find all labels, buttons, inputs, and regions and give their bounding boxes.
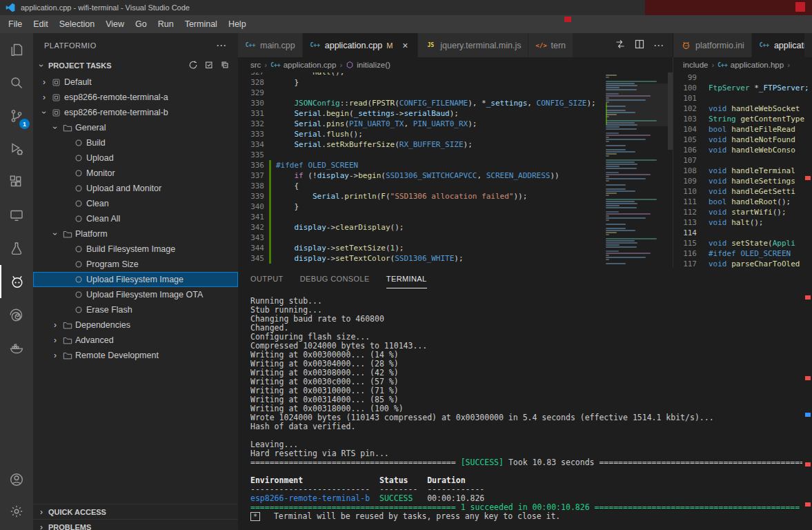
chevron-right-icon[interactable]: › (50, 320, 61, 330)
menu-item-go[interactable]: Go (130, 17, 152, 31)
panel-tab-terminal[interactable]: TERMINAL (386, 269, 427, 288)
tree-item-erase-flash[interactable]: Erase Flash (33, 302, 238, 317)
menu-item-run[interactable]: Run (152, 17, 179, 31)
tree-item-remote-development[interactable]: ›Remote Development (33, 348, 238, 363)
breadcrumb-file[interactable]: application.hpp (731, 61, 784, 69)
section-project-tasks[interactable]: › PROJECT TASKS (33, 58, 238, 73)
more-actions-icon[interactable]: ⋯ (216, 39, 227, 52)
menu-item-view[interactable]: View (100, 17, 130, 31)
menu-item-edit[interactable]: Edit (28, 17, 54, 31)
minimap-line (606, 203, 637, 204)
editor-area: C++ main.cpp C++ application.cpp M × JS … (238, 33, 812, 530)
chevron-right-icon[interactable]: › (39, 92, 50, 102)
tree-item-esp8266-remote-terminal-b[interactable]: ›esp8266-remote-terminal-b (33, 105, 238, 120)
editor-scrollbar[interactable] (668, 72, 673, 150)
chevron-right-icon[interactable]: › (50, 351, 61, 360)
tree-item-general[interactable]: ›General (33, 120, 238, 135)
tree-item-advanced[interactable]: ›Advanced (33, 333, 238, 348)
chevron-down-icon[interactable]: › (39, 107, 49, 118)
tree-item-upload-filesystem-image-ota[interactable]: Upload Filesystem Image OTA (33, 287, 238, 302)
tree-item-clean-all[interactable]: Clean All (33, 211, 238, 226)
chevron-right-icon[interactable]: › (50, 335, 61, 345)
extensions-icon[interactable] (0, 166, 33, 199)
remote-explorer-icon[interactable] (0, 199, 33, 232)
minimap-line (606, 85, 637, 86)
minimap[interactable] (606, 72, 668, 268)
breadcrumb-symbol[interactable]: initialize() (357, 61, 390, 69)
explorer-icon[interactable] (0, 33, 33, 66)
run-debug-icon[interactable] (0, 132, 33, 166)
refresh-icon[interactable] (188, 60, 198, 71)
collapse-all-icon[interactable] (220, 60, 230, 71)
settings-gear-icon[interactable] (0, 495, 33, 527)
menu-item-selection[interactable]: Selection (54, 17, 100, 31)
chevron-down-icon[interactable]: › (50, 122, 60, 133)
tree-item-label: Monitor (86, 168, 115, 178)
docker-icon[interactable] (0, 331, 33, 364)
editor-application-cpp[interactable]: 327 halt();328 }329330 JSONConfig::read(… (238, 72, 673, 268)
editor-group-right-tabs: platformio.ini C++ application.hpp (673, 33, 812, 57)
menu-item-terminal[interactable]: Terminal (179, 17, 223, 31)
code-text: } (276, 77, 299, 88)
account-icon[interactable] (0, 464, 33, 495)
tree-item-dependencies[interactable]: ›Dependencies (33, 317, 238, 333)
tree-item-label: esp8266-remote-terminal-a (64, 92, 168, 102)
testing-beaker-icon[interactable] (0, 232, 33, 265)
tab-tern[interactable]: </> tern (528, 33, 573, 57)
tab-application-cpp[interactable]: C++ application.cpp M × (303, 33, 419, 57)
breadcrumb-include[interactable]: include (683, 61, 708, 69)
platformio-icon[interactable] (0, 265, 33, 298)
line-number: 338 (238, 181, 264, 191)
line-number: 336 (238, 160, 264, 170)
tree-item-platform[interactable]: ›Platform (33, 226, 238, 242)
chevron-right-icon[interactable]: › (39, 77, 50, 87)
chevron-down-icon[interactable]: › (50, 228, 60, 239)
code-text: FtpServer *_FTPServer; (709, 83, 809, 93)
minimap-line (606, 151, 635, 153)
menu-item-file[interactable]: File (3, 17, 28, 31)
minimap-line (606, 205, 620, 206)
tree-item-clean[interactable]: Clean (33, 196, 238, 211)
tree-item-build-filesystem-image[interactable]: Build Filesystem Image (33, 242, 238, 257)
tree-item-build[interactable]: Build (33, 135, 238, 150)
tab-jquery-terminal-min-js[interactable]: JS jquery.terminal.min.js (418, 33, 528, 57)
sidebar-title: PLATFORMIO ⋯ (33, 33, 238, 58)
tree-item-upload-filesystem-image[interactable]: Upload Filesystem Image (33, 272, 238, 287)
search-icon[interactable] (0, 66, 33, 99)
close-icon[interactable]: × (399, 40, 410, 51)
section-problems[interactable]: › PROBLEMS (33, 519, 238, 530)
tree-item-upload-and-monitor[interactable]: Upload and Monitor (33, 181, 238, 196)
tab-main-cpp[interactable]: C++ main.cpp (238, 33, 303, 57)
tab-platformio-ini[interactable]: platformio.ini (673, 33, 752, 57)
code-text: #ifdef OLED_SCREEN (276, 160, 358, 170)
tree-item-upload[interactable]: Upload (33, 150, 238, 166)
minimap-line (606, 116, 609, 117)
env-icon (50, 78, 63, 87)
task-circle-icon (72, 291, 85, 299)
editor-application-hpp[interactable]: 99100FtpServer *_FTPServer;101102void ha… (673, 72, 812, 268)
more-actions-icon[interactable]: ⋯ (653, 39, 664, 52)
breadcrumb-file[interactable]: application.cpp (284, 61, 337, 69)
menu-item-help[interactable]: Help (223, 17, 252, 31)
breadcrumb-src[interactable]: src (250, 61, 261, 69)
code-text: Serial.flush(); (276, 129, 363, 139)
open-changes-icon[interactable] (615, 39, 626, 52)
tree-item-default[interactable]: ›Default (33, 75, 238, 90)
section-quick-access[interactable]: › QUICK ACCESS (33, 504, 238, 519)
source-control-icon[interactable]: 1 (0, 99, 33, 132)
panel-tab-output[interactable]: OUTPUT (250, 269, 284, 288)
spring-tool-icon[interactable] (0, 298, 33, 331)
minimap-line (606, 217, 646, 219)
tree-item-monitor[interactable]: Monitor (33, 166, 238, 181)
panel-tab-debug-console[interactable]: DEBUG CONSOLE (300, 269, 370, 288)
minimap-line (606, 99, 646, 101)
select-project-icon[interactable] (204, 60, 214, 71)
line-number: 327 (238, 72, 264, 77)
tree-item-program-size[interactable]: Program Size (33, 257, 238, 272)
split-editor-icon[interactable] (634, 39, 645, 52)
code-file-icon: </> (535, 42, 546, 49)
line-number: 337 (238, 170, 264, 181)
terminal-content[interactable]: Running stub...Stub running...Changing b… (250, 297, 802, 530)
tree-item-esp8266-remote-terminal-a[interactable]: ›esp8266-remote-terminal-a (33, 90, 238, 105)
tab-application-hpp[interactable]: C++ application.hpp (752, 33, 805, 57)
